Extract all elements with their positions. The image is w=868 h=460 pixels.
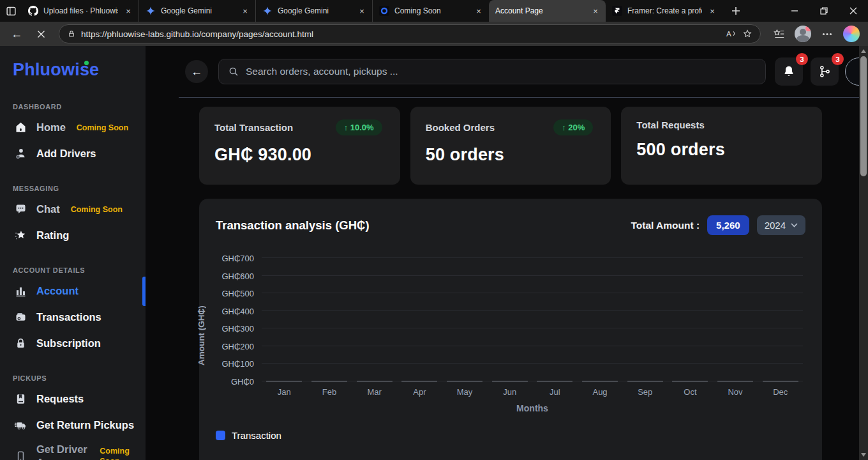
- scrollbar-up-button[interactable]: [861, 49, 866, 53]
- sidebar-item-home[interactable]: Home Coming Soon: [0, 114, 146, 141]
- tab-coming-soon[interactable]: Coming Soon ×: [372, 0, 489, 22]
- bar-feb: [311, 381, 347, 381]
- chart-legend: Transaction: [216, 430, 805, 441]
- bar-slot: [758, 381, 803, 381]
- star-icon: [13, 228, 28, 243]
- tab-title: Google Gemini: [161, 6, 235, 15]
- sidebar-item-add-drivers[interactable]: Add Drivers: [0, 141, 146, 167]
- minimize-button[interactable]: [780, 0, 809, 22]
- sidebar-item-account[interactable]: Account: [0, 278, 146, 304]
- stat-value: 500 orders: [636, 140, 807, 160]
- y-tick-label: GH₵200: [221, 341, 254, 351]
- lock-icon: [67, 29, 76, 38]
- logo-green-dot: [84, 61, 89, 65]
- share-button[interactable]: 3: [811, 57, 839, 86]
- framer-icon: [612, 6, 622, 16]
- tab-gemini-2[interactable]: Google Gemini ×: [255, 0, 372, 22]
- github-icon: [28, 6, 38, 16]
- transaction-analysis-card: Transaction analysis (GH₵) Total Amount …: [199, 199, 822, 460]
- app-logo[interactable]: Phluowise: [0, 60, 146, 80]
- lock-icon: [13, 336, 28, 351]
- stat-label: Total Requests: [636, 119, 704, 130]
- sidebar-item-label: Get Return Pickups: [36, 419, 134, 431]
- sidebar-item-get-return-pickups[interactable]: Get Return Pickups: [0, 412, 146, 438]
- notifications-button[interactable]: 3: [775, 57, 803, 86]
- section-label-dashboard: DASHBOARD: [13, 103, 133, 111]
- bar-slot: [578, 381, 623, 381]
- bar-slot: [668, 381, 713, 381]
- stop-loading-button[interactable]: [31, 24, 51, 43]
- settings-more-button[interactable]: [817, 24, 837, 43]
- tab-close-icon[interactable]: ×: [357, 6, 367, 16]
- section-label-messaging: MESSAGING: [13, 185, 133, 192]
- person-add-icon: [13, 146, 28, 162]
- stop-x-icon: [37, 30, 45, 38]
- x-tick-label: Feb: [307, 387, 352, 397]
- bar-mar: [357, 381, 393, 381]
- tab-close-icon[interactable]: ×: [474, 6, 484, 16]
- sidebar-item-requests[interactable]: Requests: [0, 386, 146, 412]
- restore-button[interactable]: [809, 0, 839, 22]
- sidebar-item-get-driver-app[interactable]: Get Driver App Coming Soon: [0, 438, 146, 460]
- coming-soon-badge: Coming Soon: [71, 205, 123, 214]
- profile-notification-dot: [805, 26, 811, 31]
- x-axis-title: Months: [262, 403, 803, 413]
- favorite-star-button[interactable]: [742, 29, 752, 39]
- wallet-icon: [13, 310, 28, 325]
- page-scrollbar[interactable]: [859, 46, 868, 460]
- stat-label: Booked Orders: [426, 122, 495, 133]
- tab-close-icon[interactable]: ×: [123, 6, 133, 16]
- sidebar-item-rating[interactable]: Rating: [0, 222, 146, 249]
- copilot-icon: [843, 26, 860, 42]
- year-dropdown[interactable]: 2024: [757, 215, 805, 235]
- tab-title: Account Page: [495, 6, 585, 15]
- scrollbar-down-button[interactable]: [861, 453, 866, 457]
- sidebar-item-subscription[interactable]: Subscription: [0, 330, 146, 356]
- tab-framer[interactable]: Framer: Create a profes ×: [606, 0, 722, 22]
- tab-title: Google Gemini: [278, 6, 352, 15]
- ellipsis-icon: [822, 33, 832, 36]
- bar-dec: [763, 381, 798, 381]
- page-back-button[interactable]: ←: [185, 60, 208, 83]
- chevron-down-icon: [791, 223, 798, 227]
- bar-apr: [401, 381, 437, 381]
- bar-jan: [266, 381, 302, 381]
- new-tab-button[interactable]: [726, 1, 745, 20]
- tab-close-icon[interactable]: ×: [240, 6, 250, 16]
- copilot-button[interactable]: [841, 24, 862, 43]
- sidebar-item-label: Transactions: [36, 311, 101, 323]
- tab-account-page-active[interactable]: Account Page ×: [489, 0, 606, 22]
- home-icon: [13, 120, 28, 135]
- coming-soon-badge: Coming Soon: [77, 123, 128, 132]
- stat-card-total-requests: Total Requests 500 orders: [621, 107, 822, 185]
- sidebar-item-chat[interactable]: Chat Coming Soon: [0, 196, 146, 222]
- address-bar[interactable]: https://phluowise-labs.github.io/company…: [59, 24, 761, 43]
- tab-title: Upload files · Phluowise: [43, 6, 118, 15]
- circle-o-icon: [379, 6, 389, 16]
- read-aloud-button[interactable]: A: [726, 29, 737, 39]
- favorites-bar-button[interactable]: [768, 24, 789, 43]
- tab-close-icon[interactable]: ×: [590, 6, 601, 16]
- tab-upload-files[interactable]: Upload files · Phluowise ×: [22, 0, 138, 22]
- close-window-button[interactable]: [839, 0, 868, 22]
- search-bar[interactable]: [218, 59, 766, 84]
- tab-gemini-1[interactable]: Google Gemini ×: [138, 0, 255, 22]
- url-text: https://phluowise-labs.github.io/company…: [81, 29, 721, 39]
- notification-badge: 3: [796, 53, 808, 65]
- tab-close-icon[interactable]: ×: [707, 6, 717, 16]
- bar-chart-icon: [13, 284, 28, 299]
- share-network-icon: [818, 65, 832, 79]
- browser-toolbar: ← https://phluowise-labs.github.io/compa…: [0, 22, 868, 46]
- browser-profile-button[interactable]: [793, 24, 813, 43]
- truck-icon: [13, 418, 28, 433]
- tab-actions-menu-button[interactable]: [0, 0, 22, 22]
- profile-avatar: [795, 26, 811, 42]
- scrollbar-thumb[interactable]: [860, 56, 867, 176]
- tab-title: Framer: Create a profes: [627, 6, 702, 15]
- user-avatar[interactable]: [845, 57, 859, 86]
- browser-back-button[interactable]: ←: [6, 24, 27, 43]
- search-input[interactable]: [246, 66, 756, 77]
- browser-window: Upload files · Phluowise × Google Gemini…: [0, 0, 868, 460]
- chat-icon: [13, 202, 28, 217]
- sidebar-item-transactions[interactable]: Transactions: [0, 304, 146, 330]
